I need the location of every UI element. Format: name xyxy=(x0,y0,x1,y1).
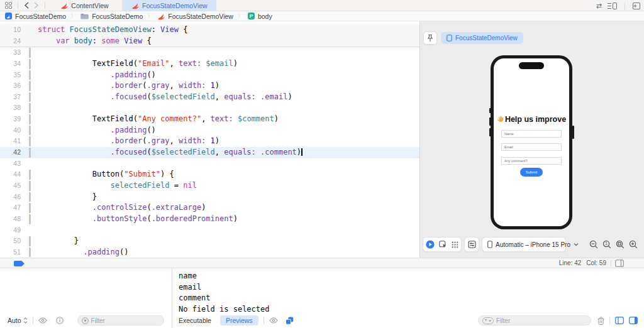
line-number[interactable]: 48 xyxy=(0,214,25,225)
fold-ribbon[interactable] xyxy=(29,236,31,246)
code-line-48[interactable]: 48 .buttonStyle(.borderedProminent) xyxy=(0,214,419,225)
code-line-34[interactable]: 34 TextField("Email", text: $email) xyxy=(0,58,419,70)
code-line-33[interactable]: 33 xyxy=(0,47,419,58)
line-number[interactable]: 42 xyxy=(0,147,25,158)
code-line-51[interactable]: 51 .padding() xyxy=(0,247,419,258)
line-number[interactable]: 35 xyxy=(0,70,25,81)
fold-ribbon[interactable] xyxy=(29,192,31,202)
fold-ribbon[interactable] xyxy=(29,203,31,213)
code-line-36[interactable]: 36 .border(.gray, width: 1) xyxy=(0,80,419,92)
console-eye-icon[interactable] xyxy=(269,317,278,324)
breakpoints-toggle-icon[interactable] xyxy=(14,261,25,266)
device-settings-button[interactable] xyxy=(464,237,479,252)
zoom-100-button[interactable]: 1 xyxy=(602,240,611,249)
preview-tab-pill[interactable]: FocusStateDemoView xyxy=(441,32,523,44)
selectable-mode-button[interactable] xyxy=(439,241,447,248)
line-number[interactable]: 44 xyxy=(0,169,25,180)
fold-ribbon[interactable] xyxy=(29,59,31,69)
line-number[interactable]: 34 xyxy=(0,58,25,70)
live-preview-button[interactable] xyxy=(426,240,435,249)
editor-layout-icon[interactable] xyxy=(608,3,617,9)
clear-console-icon[interactable] xyxy=(597,317,604,325)
fold-ribbon[interactable] xyxy=(29,81,31,91)
fold-ribbon[interactable] xyxy=(29,181,31,191)
line-number[interactable]: 46 xyxy=(0,192,25,203)
code-line-37[interactable]: 37 .focused($selectedField, equals: .ema… xyxy=(0,92,419,103)
code-editor[interactable]: 10struct FocusStateDemoView: View {24 va… xyxy=(0,21,419,258)
console-filter-input[interactable] xyxy=(496,317,587,324)
fold-ribbon[interactable] xyxy=(29,126,31,136)
breadcrumb-item-body[interactable]: Pbody xyxy=(248,13,272,20)
add-editor-icon[interactable] xyxy=(633,3,640,9)
code-line-46[interactable]: 46 } xyxy=(0,192,419,203)
zoom-fit-button[interactable] xyxy=(616,240,625,249)
zoom-out-button[interactable] xyxy=(589,240,598,249)
code-line-45[interactable]: 45 selectedField = nil xyxy=(0,180,419,192)
console-source-label[interactable]: Executable xyxy=(179,317,211,324)
line-number[interactable]: 37 xyxy=(0,92,25,103)
code-line-50[interactable]: 50 } xyxy=(0,236,419,247)
preview-email-field[interactable] xyxy=(501,143,562,151)
variables-filter-input[interactable] xyxy=(91,317,160,324)
variables-scope-select[interactable]: Auto xyxy=(8,317,21,324)
code-line-44[interactable]: 44 Button("Submit") { xyxy=(0,169,419,180)
preview-name-field[interactable] xyxy=(501,130,562,138)
back-button[interactable] xyxy=(24,2,30,9)
variants-mode-button[interactable] xyxy=(452,241,458,248)
line-number[interactable]: 40 xyxy=(0,125,25,136)
breadcrumb-item-FocusStateDemo[interactable]: FocusStateDemo xyxy=(5,13,66,20)
line-number[interactable]: 10 xyxy=(0,25,25,36)
code-line-49[interactable]: 49 xyxy=(0,225,419,236)
fold-ribbon[interactable] xyxy=(29,103,31,113)
code-line-38[interactable]: 38 xyxy=(0,102,419,114)
line-number[interactable]: 36 xyxy=(0,80,25,92)
line-number[interactable]: 43 xyxy=(0,158,25,170)
tab-ContentView[interactable]: ContentView xyxy=(47,0,123,11)
show-variables-pane-icon[interactable] xyxy=(615,317,624,324)
console-mode-icon[interactable] xyxy=(286,317,294,325)
breadcrumb-item-FocusStateDemoView[interactable]: FocusStateDemoView xyxy=(157,13,233,20)
variables-filter-field[interactable] xyxy=(77,315,164,325)
fold-ribbon[interactable] xyxy=(29,92,31,102)
console-filter-field[interactable] xyxy=(478,315,591,325)
line-number[interactable]: 33 xyxy=(0,47,25,58)
line-number[interactable]: 41 xyxy=(0,136,25,147)
line-number[interactable]: 45 xyxy=(0,180,25,192)
quicklook-eye-icon[interactable] xyxy=(38,317,47,324)
code-line-41[interactable]: 41 .border(.gray, width: 1) xyxy=(0,136,419,147)
tab-FocusStateDemoView[interactable]: FocusStateDemoView xyxy=(123,0,216,11)
tab-overview-icon[interactable] xyxy=(5,2,12,9)
fold-ribbon[interactable] xyxy=(29,136,31,146)
fold-ribbon[interactable] xyxy=(29,214,31,224)
code-line-35[interactable]: 35 .padding() xyxy=(0,70,419,81)
line-number[interactable]: 51 xyxy=(0,247,25,258)
line-number[interactable]: 24 xyxy=(0,36,25,47)
forward-button[interactable] xyxy=(33,2,39,9)
show-console-pane-icon[interactable] xyxy=(629,317,638,324)
line-number[interactable]: 39 xyxy=(0,114,25,125)
scope-select-arrows-icon[interactable] xyxy=(23,317,28,324)
line-number[interactable]: 49 xyxy=(0,225,25,236)
preview-comment-field[interactable] xyxy=(501,157,562,165)
fold-ribbon[interactable] xyxy=(29,148,31,158)
code-line-24[interactable]: 24 var body: some View { xyxy=(0,36,419,47)
code-line-40[interactable]: 40 .padding() xyxy=(0,125,419,136)
fold-ribbon[interactable] xyxy=(29,70,31,80)
fold-ribbon[interactable] xyxy=(29,48,31,58)
code-line-39[interactable]: 39 TextField("Any comment?", text: $comm… xyxy=(0,114,419,125)
breadcrumb-item-FocusStateDemo[interactable]: FocusStateDemo xyxy=(80,13,143,20)
pin-preview-button[interactable] xyxy=(423,31,437,45)
line-number[interactable]: 38 xyxy=(0,102,25,114)
editor-options-icon[interactable] xyxy=(615,260,624,267)
line-number[interactable]: 50 xyxy=(0,236,25,247)
previews-process-pill[interactable]: Previews xyxy=(220,315,258,325)
swap-editor-icon[interactable]: ⇄ xyxy=(596,2,602,10)
zoom-in-button[interactable] xyxy=(629,240,638,249)
fold-ribbon[interactable] xyxy=(29,248,31,258)
fold-ribbon[interactable] xyxy=(29,170,31,180)
line-number[interactable]: 47 xyxy=(0,202,25,214)
code-line-43[interactable]: 43 xyxy=(0,158,419,170)
code-line-47[interactable]: 47 .controlSize(.extraLarge) xyxy=(0,202,419,214)
device-picker[interactable]: Automatic – iPhone 15 Pro xyxy=(482,237,566,252)
code-line-10[interactable]: 10struct FocusStateDemoView: View { xyxy=(0,25,419,36)
